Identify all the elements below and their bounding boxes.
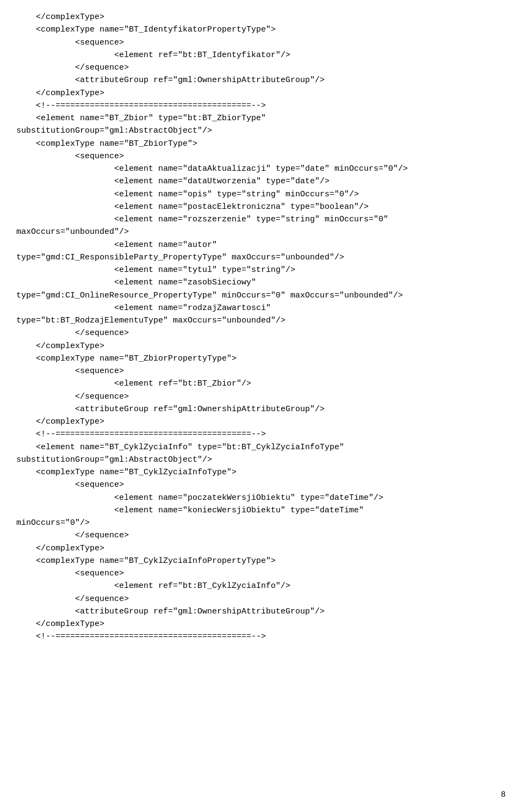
code-content: </complexType> <complexType name="BT_Ide… bbox=[16, 11, 506, 643]
